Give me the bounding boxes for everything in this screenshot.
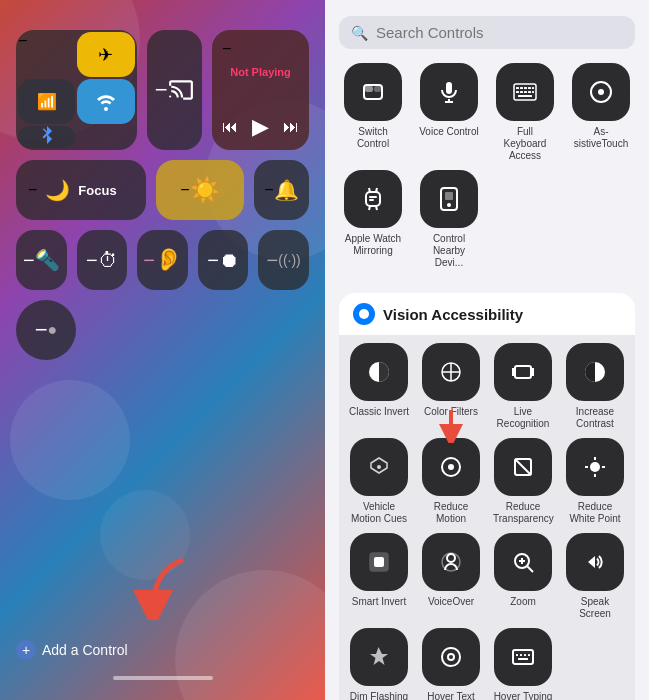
vision-icon-zoom bbox=[494, 533, 552, 591]
vision-item-dim-flashing[interactable]: Dim Flashing Lights bbox=[347, 628, 411, 700]
control-item-assistive-touch[interactable]: As- sistiveTouch bbox=[567, 63, 635, 162]
svg-rect-13 bbox=[520, 91, 523, 93]
focus-widget[interactable]: − 🌙 Focus bbox=[16, 160, 146, 220]
control-icon-apple-watch bbox=[344, 170, 402, 228]
bluetooth-btn[interactable] bbox=[18, 126, 75, 148]
vision-item-reduce-transparency[interactable]: Reduce Transparency bbox=[491, 438, 555, 525]
flashlight-widget[interactable]: − 🔦 bbox=[16, 230, 67, 290]
volume-icon: 🔔 bbox=[274, 178, 299, 202]
vision-icon-color-filters bbox=[422, 343, 480, 401]
svg-rect-59 bbox=[520, 654, 522, 656]
vision-label-reduce-white: Reduce White Point bbox=[565, 501, 625, 525]
hotspot-btn[interactable]: 📶 bbox=[18, 79, 75, 124]
svg-rect-17 bbox=[518, 95, 532, 97]
vision-item-hover-typing[interactable]: Hover Typing bbox=[491, 628, 555, 700]
vision-item-voiceover[interactable]: VoiceOver bbox=[419, 533, 483, 620]
svg-point-37 bbox=[377, 465, 381, 469]
volume-widget[interactable]: − 🔔 bbox=[254, 160, 309, 220]
svg-line-23 bbox=[369, 206, 370, 210]
control-item-voice-control[interactable]: Voice Control bbox=[415, 63, 483, 162]
signal-widget[interactable]: − ((·)) bbox=[258, 230, 309, 290]
prev-btn[interactable]: ⏮ bbox=[222, 118, 238, 136]
svg-rect-12 bbox=[516, 91, 519, 93]
moon-icon: 🌙 bbox=[45, 178, 70, 202]
second-row: − 🌙 Focus − ☀️ − 🔔 bbox=[16, 160, 309, 220]
vision-label-increase-contrast: Increase Contrast bbox=[565, 406, 625, 430]
minus-badge-rec: − bbox=[207, 249, 219, 272]
cc-content: − ✈ 📶 − bbox=[0, 0, 325, 700]
right-panel: 🔍 Switch ControlVoice ControlFull Keyboa… bbox=[325, 0, 649, 700]
svg-point-39 bbox=[448, 464, 454, 470]
vision-item-zoom[interactable]: Zoom bbox=[491, 533, 555, 620]
svg-rect-8 bbox=[520, 87, 523, 89]
svg-rect-9 bbox=[524, 87, 527, 89]
svg-line-52 bbox=[528, 567, 534, 573]
red-arrow-reduce-motion bbox=[436, 408, 466, 447]
vision-icon-speak-screen bbox=[566, 533, 624, 591]
wifi-btn[interactable] bbox=[77, 79, 134, 124]
vision-item-vehicle-motion[interactable]: Vehicle Motion Cues bbox=[347, 438, 411, 525]
minus-badge-ear: − bbox=[143, 249, 155, 272]
minus-badge: − bbox=[18, 32, 75, 77]
vision-dot-icon bbox=[353, 303, 375, 325]
vision-icon-reduce-white bbox=[566, 438, 624, 496]
music-widget[interactable]: − Not Playing ⏮ ▶ ⏭ bbox=[212, 30, 309, 150]
vision-item-reduce-white[interactable]: Reduce White Point bbox=[563, 438, 627, 525]
vision-item-classic-invert[interactable]: Classic Invert bbox=[347, 343, 411, 430]
search-bar[interactable]: 🔍 bbox=[339, 16, 635, 49]
svg-rect-62 bbox=[518, 658, 528, 660]
left-panel: − ✈ 📶 − bbox=[0, 0, 325, 700]
control-item-apple-watch[interactable]: Apple Watch Mirroring bbox=[339, 170, 407, 269]
controls-grid: Switch ControlVoice ControlFull Keyboard… bbox=[325, 59, 649, 283]
hearing-widget[interactable]: − 👂 bbox=[137, 230, 188, 290]
control-icon-assistive-touch bbox=[572, 63, 630, 121]
control-item-switch-control[interactable]: Switch Control bbox=[339, 63, 407, 162]
vision-item-live-recognition[interactable]: Live Recognition bbox=[491, 343, 555, 430]
round-icons-row: − ● bbox=[16, 300, 309, 360]
play-btn[interactable]: ▶ bbox=[252, 114, 269, 140]
control-label-switch-control: Switch Control bbox=[343, 126, 403, 150]
minus-badge-timer: − bbox=[86, 249, 98, 272]
control-label-apple-watch: Apple Watch Mirroring bbox=[343, 233, 403, 257]
round-widget-1[interactable]: − ● bbox=[16, 300, 76, 360]
vision-item-increase-contrast[interactable]: Increase Contrast bbox=[563, 343, 627, 430]
add-control-btn[interactable]: + Add a Control bbox=[16, 640, 309, 660]
svg-rect-3 bbox=[446, 82, 452, 94]
vision-item-hover-text[interactable]: Hover Text bbox=[419, 628, 483, 700]
vision-icon-vehicle-motion bbox=[350, 438, 408, 496]
svg-rect-35 bbox=[515, 366, 531, 378]
vision-item-speak-screen[interactable]: Speak Screen bbox=[563, 533, 627, 620]
vision-item-reduce-motion[interactable]: Reduce Motion bbox=[419, 438, 483, 525]
top-controls-row: − ✈ 📶 − bbox=[16, 30, 309, 150]
svg-rect-11 bbox=[532, 87, 534, 89]
vision-label-smart-invert: Smart Invert bbox=[352, 596, 406, 608]
minus-badge-sig: − bbox=[267, 249, 279, 272]
vision-item-smart-invert[interactable]: Smart Invert bbox=[347, 533, 411, 620]
svg-rect-10 bbox=[528, 87, 531, 89]
round-icon-1: ● bbox=[48, 321, 58, 339]
search-icon: 🔍 bbox=[351, 25, 368, 41]
connectivity-block[interactable]: − ✈ 📶 bbox=[16, 30, 137, 150]
minus-badge-music: − bbox=[222, 40, 299, 58]
svg-rect-1 bbox=[365, 86, 373, 92]
vision-grid: Classic InvertColor FiltersLive Recognit… bbox=[339, 335, 635, 700]
svg-rect-14 bbox=[524, 91, 527, 93]
svg-rect-2 bbox=[374, 86, 381, 92]
minus-badge-brightness: − bbox=[180, 181, 189, 199]
svg-rect-58 bbox=[516, 654, 518, 656]
control-label-full-keyboard: Full Keyboard Access bbox=[495, 126, 555, 162]
cast-widget[interactable]: − bbox=[147, 30, 202, 150]
timer-widget[interactable]: − ⏱ bbox=[77, 230, 128, 290]
control-item-control-nearby[interactable]: Control Nearby Devi... bbox=[415, 170, 483, 269]
screen-record-widget[interactable]: − ⏺ bbox=[198, 230, 249, 290]
control-icon-switch-control bbox=[344, 63, 402, 121]
next-btn[interactable]: ⏭ bbox=[283, 118, 299, 136]
control-item-full-keyboard[interactable]: Full Keyboard Access bbox=[491, 63, 559, 162]
vision-label-live-recognition: Live Recognition bbox=[493, 406, 553, 430]
svg-point-56 bbox=[448, 654, 454, 660]
timer-icon: ⏱ bbox=[98, 249, 118, 272]
search-input[interactable] bbox=[376, 24, 623, 41]
airplane-mode-btn[interactable]: ✈ bbox=[77, 32, 134, 77]
brightness-widget[interactable]: − ☀️ bbox=[156, 160, 244, 220]
minus-badge-focus: − bbox=[28, 181, 37, 199]
